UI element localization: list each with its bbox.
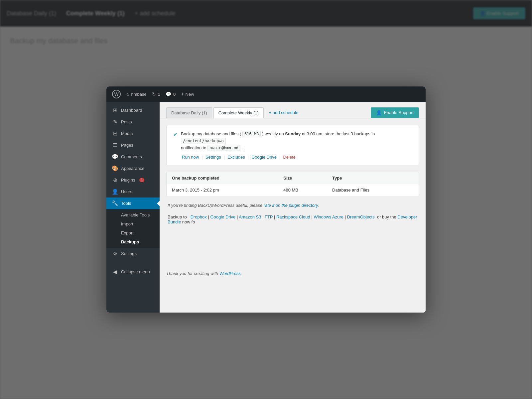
collapse-icon: ◀ [112, 269, 118, 275]
sidebar-label-appearance: Appearance [121, 166, 144, 171]
excludes-link[interactable]: Excludes [227, 155, 245, 160]
support-icon: 👤 [376, 110, 382, 115]
sidebar-label-settings: Settings [121, 251, 137, 256]
admin-bar-updates[interactable]: ↻ 1 [152, 91, 160, 97]
dest-amazon-s3[interactable]: Amazon S3 [239, 214, 261, 219]
updates-count: 1 [158, 92, 160, 97]
submenu-import[interactable]: Import [106, 219, 160, 228]
plugins-badge: 1 [139, 178, 145, 182]
settings-icon: ⚙ [112, 250, 118, 257]
sidebar-item-plugins[interactable]: ⊕ Plugins 1 [106, 174, 160, 186]
sidebar-label-media: Media [121, 131, 133, 136]
backup-date: March 3, 2015 - 2:02 pm [167, 184, 278, 196]
add-schedule-button[interactable]: + add schedule [265, 107, 303, 118]
backup-actions: Run now | Settings | Excludes | Google D… [173, 155, 412, 160]
comments-icon: 💬 [166, 91, 171, 97]
submenu-backups[interactable]: Backups [106, 237, 160, 246]
modal-overlay: W ⌂ hmbase ↻ 1 💬 0 + New [0, 0, 532, 399]
pages-icon: ☰ [112, 142, 118, 148]
media-icon: ⊟ [112, 130, 118, 137]
admin-bar-comments[interactable]: 💬 0 [166, 91, 176, 97]
tools-submenu: Available Tools Import Export Backups [106, 209, 160, 248]
sidebar-item-comments[interactable]: 💬 Comments [106, 151, 160, 163]
sidebar-item-posts[interactable]: ✎ Posts [106, 116, 160, 128]
tabs-bar: Database Daily (1) Complete Weekly (1) +… [160, 102, 426, 118]
backup-table: One backup completed Size Type March 3, … [166, 172, 419, 196]
home-icon: ⌂ [126, 91, 129, 97]
enable-support-label: Enable Support [384, 110, 414, 115]
rate-text: If you're finding BackUpWordPress useful… [166, 203, 419, 208]
sidebar-label-pages: Pages [121, 143, 133, 148]
main-content: ✔ Backup my database and files ( 616 MB … [160, 118, 426, 238]
submenu-export[interactable]: Export [106, 228, 160, 237]
sidebar-label-comments: Comments [121, 154, 142, 159]
dest-rackspace-cloud[interactable]: Rackspace Cloud [276, 214, 310, 219]
thank-you-text: Thank you for creating with WordPress. [160, 238, 426, 283]
comments-menu-icon: 💬 [112, 154, 118, 160]
backup-description-box: ✔ Backup my database and files ( 616 MB … [166, 125, 419, 165]
dest-dreamobjects[interactable]: DreamObjects [347, 214, 375, 219]
sidebar-label-collapse: Collapse menu [121, 269, 150, 274]
plus-icon: + [181, 91, 184, 97]
backup-type-cell: Database and Files [327, 184, 419, 196]
backup-email: owain@hmn.md [207, 145, 240, 151]
sidebar-tools-wrapper: 🔧 Tools Available Tools Import Export Ba… [106, 198, 160, 248]
sidebar-item-pages[interactable]: ☰ Pages [106, 139, 160, 151]
backup-desc-header: ✔ Backup my database and files ( 616 MB … [173, 131, 412, 151]
google-drive-link[interactable]: Google Drive [251, 155, 277, 160]
modal-body: ⊞ Dashboard ✎ Posts ⊟ Media ☰ Pages 💬 [106, 102, 426, 313]
enable-support-button[interactable]: 👤 Enable Support [371, 107, 419, 118]
sidebar-label-plugins: Plugins [121, 178, 135, 183]
sidebar-item-settings[interactable]: ⚙ Settings [106, 248, 160, 259]
add-schedule-label: + add schedule [269, 110, 299, 115]
wordpress-link[interactable]: WordPress [219, 271, 241, 276]
col-header-backup: One backup completed [167, 172, 278, 184]
sidebar-item-media[interactable]: ⊟ Media [106, 128, 160, 139]
backup-destinations: Backup to Dropbox | Google Drive | Amazo… [166, 214, 419, 224]
backup-desc-text: Backup my database and files ( 616 MB ) … [181, 131, 412, 151]
admin-bar-new[interactable]: + New [181, 91, 194, 97]
tab-complete-weekly[interactable]: Complete Weekly (1) [213, 107, 264, 118]
tools-icon: 🔧 [112, 200, 118, 206]
delete-link[interactable]: Delete [283, 155, 296, 160]
sidebar-item-tools[interactable]: 🔧 Tools [106, 198, 160, 209]
sidebar-item-appearance[interactable]: 🎨 Appearance [106, 163, 160, 174]
backup-day: Sunday [285, 131, 301, 136]
dest-ftp[interactable]: FTP [265, 214, 273, 219]
sidebar-item-collapse[interactable]: ◀ Collapse menu [106, 266, 160, 278]
sidebar-item-dashboard[interactable]: ⊞ Dashboard [106, 104, 160, 116]
rate-link[interactable]: rate it on the plugin directory [264, 203, 318, 208]
appearance-icon: 🎨 [112, 165, 118, 172]
active-indicator [157, 201, 160, 206]
col-header-size: Size [278, 172, 327, 184]
dest-windows-azure[interactable]: Windows Azure [314, 214, 343, 219]
backup-size: 616 MB [242, 131, 261, 137]
posts-icon: ✎ [112, 119, 118, 125]
site-name: hmbase [131, 92, 146, 97]
updates-icon: ↻ [152, 91, 156, 97]
backup-checkmark: ✔ [173, 131, 178, 138]
backup-size-cell: 480 MB [278, 184, 327, 196]
sidebar-item-users[interactable]: 👤 Users [106, 186, 160, 198]
wp-logo[interactable]: W [112, 89, 121, 99]
content-area: Database Daily (1) Complete Weekly (1) +… [160, 102, 426, 313]
sidebar-label-users: Users [121, 189, 132, 194]
backup-table-body: March 3, 2015 - 2:02 pm 480 MB Database … [167, 184, 419, 196]
table-row: March 3, 2015 - 2:02 pm 480 MB Database … [167, 184, 419, 196]
admin-bar: W ⌂ hmbase ↻ 1 💬 0 + New [106, 86, 426, 102]
sidebar-label-dashboard: Dashboard [121, 108, 142, 113]
run-now-link[interactable]: Run now [182, 155, 199, 160]
backup-path: /content/backupwo [181, 138, 226, 144]
tab-database-daily[interactable]: Database Daily (1) [166, 107, 212, 118]
plugins-icon: ⊕ [112, 177, 118, 183]
comments-count: 0 [173, 92, 176, 97]
new-label: New [186, 92, 194, 97]
settings-link[interactable]: Settings [205, 155, 221, 160]
tab-database-daily-label: Database Daily (1) [171, 110, 207, 115]
wp-logo-icon: W [112, 90, 121, 98]
sidebar-label-posts: Posts [121, 119, 132, 124]
submenu-available-tools[interactable]: Available Tools [106, 210, 160, 219]
dest-dropbox[interactable]: Dropbox [191, 214, 207, 219]
dest-google-drive[interactable]: Google Drive [210, 214, 235, 219]
admin-bar-site[interactable]: ⌂ hmbase [126, 91, 147, 97]
